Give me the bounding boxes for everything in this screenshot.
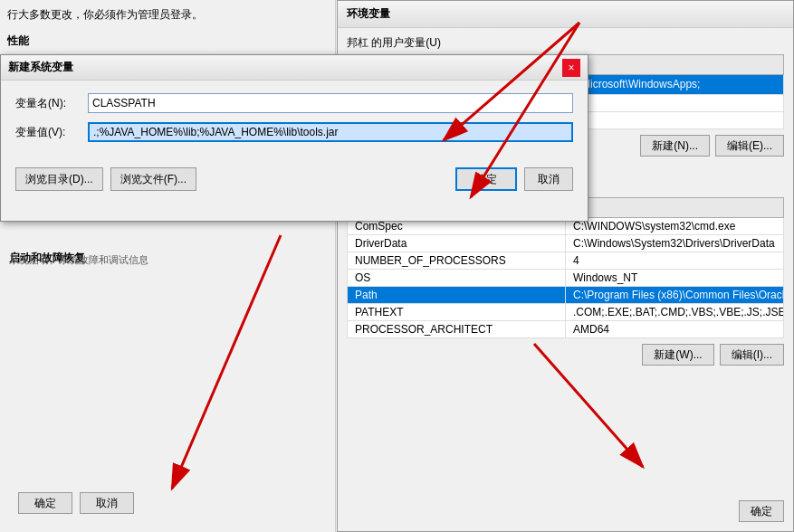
perf-title: 性能 [7, 33, 314, 49]
sys-var-name: PROCESSOR_ARCHITECT [348, 321, 566, 338]
dialog-body: 变量名(N): 变量值(V): [1, 81, 588, 164]
table-row[interactable]: DriverData C:\Windows\System32\Drivers\D… [348, 235, 784, 252]
env-ok-button[interactable]: 确定 [739, 500, 784, 522]
browse-dir-button[interactable]: 浏览目录(D)... [15, 167, 103, 191]
dialog-ok-button[interactable]: 确定 [455, 167, 517, 191]
sys-var-name: OS [348, 270, 566, 287]
sys-var-name: DriverData [348, 235, 566, 252]
dialog-titlebar: 新建系统变量 × [1, 55, 588, 81]
browse-file-button[interactable]: 浏览文件(F)... [110, 167, 196, 191]
sys-var-value: C:\Program Files (x86)\Common Files\Orac… [566, 287, 784, 304]
var-value-row: 变量值(V): [15, 122, 573, 142]
close-button[interactable]: × [562, 59, 580, 77]
ok-button-left[interactable]: 确定 [18, 492, 72, 514]
sys-var-value: .COM;.EXE;.BAT;.CMD;.VBS;.VBE;.JS;.JSE;.… [566, 304, 784, 321]
dialog-buttons-row: 浏览目录(D)... 浏览文件(F)... 确定 取消 [1, 164, 588, 195]
cancel-button-left[interactable]: 取消 [80, 492, 134, 514]
sys-var-value: AMD64 [566, 321, 784, 338]
table-row[interactable]: PATHEXT .COM;.EXE;.BAT;.CMD;.VBS;.VBE;.J… [348, 304, 784, 321]
system-vars-buttons: 新建(W)... 编辑(I)... [347, 344, 784, 366]
system-edit-button[interactable]: 编辑(I)... [720, 344, 784, 366]
table-row[interactable]: Path C:\Program Files (x86)\Common Files… [348, 287, 784, 304]
var-value-label: 变量值(V): [15, 125, 88, 140]
user-vars-title: 邦杠 的用户变量(U) [347, 35, 784, 51]
env-dialog-title: 环境变量 [338, 1, 793, 28]
sys-var-value: 4 [566, 252, 784, 270]
user-new-button[interactable]: 新建(N)... [640, 135, 710, 157]
user-edit-button[interactable]: 编辑(E)... [715, 135, 784, 157]
sys-var-name: Path [348, 287, 566, 304]
new-system-var-dialog: 新建系统变量 × 变量名(N): 变量值(V): 浏览目录(D)... 浏览文件… [0, 54, 588, 222]
table-row[interactable]: PROCESSOR_ARCHITECT AMD64 [348, 321, 784, 338]
var-name-label: 变量名(N): [15, 96, 88, 111]
sys-col-val-header: 值 [566, 198, 784, 218]
sys-var-name: NUMBER_OF_PROCESSORS [348, 252, 566, 270]
sys-var-value: C:\Windows\System32\Drivers\DriverData [566, 235, 784, 252]
left-bottom-buttons: 确定 取消 [18, 492, 134, 514]
dialog-cancel-button[interactable]: 取消 [524, 167, 573, 191]
sys-var-value: Windows_NT [566, 270, 784, 287]
system-new-button[interactable]: 新建(W)... [642, 344, 713, 366]
startup-desc: 系统启动、系统故障和调试信息 [9, 253, 281, 267]
var-value-input[interactable] [88, 122, 573, 142]
table-row[interactable]: OS Windows_NT [348, 270, 784, 287]
var-name-input[interactable] [88, 93, 573, 113]
admin-text: 行大多数更改，你必须作为管理员登录。 [7, 7, 314, 23]
dialog-title: 新建系统变量 [8, 60, 73, 75]
var-name-row: 变量名(N): [15, 93, 573, 113]
sys-var-name: PATHEXT [348, 304, 566, 321]
sys-var-value: C:\WINDOWS\system32\cmd.exe [566, 218, 784, 235]
dialog-right-buttons: 确定 取消 [455, 167, 573, 191]
table-row[interactable]: NUMBER_OF_PROCESSORS 4 [348, 252, 784, 270]
